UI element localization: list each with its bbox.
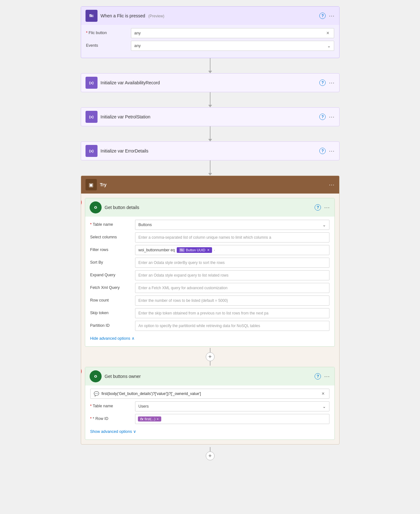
get-owner-card: Get buttons owner ? ··· 💬 — [85, 367, 335, 440]
bottom-add-btn[interactable]: + — [206, 451, 215, 460]
select-columns-label: Select columns — [90, 232, 131, 239]
select-columns-input[interactable]: Enter a comma-separated list of column u… — [135, 232, 329, 242]
flic-button-input[interactable]: any × — [131, 28, 334, 38]
inner-connector: + — [86, 348, 335, 366]
arrow-head-1 — [208, 71, 212, 73]
expand-query-placeholder: Enter an Odata style expand query to lis… — [139, 273, 229, 278]
show-advanced-text: Show advanced options — [90, 429, 132, 434]
show-advanced-btn[interactable]: Show advanced options ∨ — [90, 427, 137, 435]
partition-id-placeholder: An option to specify the partitionId whi… — [139, 324, 260, 328]
arrow-line-2 — [210, 92, 210, 105]
filter-rows-label: Filter rows — [90, 245, 131, 252]
get-owner-title: Get buttons owner — [105, 374, 312, 379]
flic-button-value: any — [134, 31, 141, 35]
try-more-icon[interactable]: ··· — [329, 182, 334, 188]
init-error-title: Initialize var ErrorDetails — [101, 148, 316, 153]
arrow-1 — [208, 58, 212, 73]
owner-table-name-value: Users — [139, 404, 149, 409]
owner-table-name-label: Table name — [90, 401, 131, 408]
init-petrol-more-icon[interactable]: ··· — [329, 114, 334, 120]
sort-by-input[interactable]: Enter an Odata style orderBy query to so… — [135, 258, 329, 268]
init-petrol-actions: ? ··· — [319, 114, 334, 120]
trigger-title: When a Flic is pressed (Preview) — [101, 13, 316, 18]
init-error-more-icon[interactable]: ··· — [329, 148, 334, 154]
init-availability-icon: {x} — [86, 77, 98, 89]
get-button-header: Get button details ? ··· — [85, 198, 334, 217]
expression-input[interactable]: 💬 first(body('Get_button_details')?['val… — [90, 389, 329, 399]
filter-rows-input[interactable]: woi_buttonnumber eq flic Button UUID × · — [135, 245, 329, 255]
row-count-label: Row count — [90, 296, 131, 302]
init-error-help-icon[interactable]: ? — [319, 148, 326, 154]
init-petrol-card: {x} Initialize var PetrolStation ? ··· — [81, 107, 340, 126]
expression-clear-btn[interactable]: × — [320, 391, 326, 397]
flic-trigger-icon: flic — [86, 10, 98, 22]
arrow-head-4 — [208, 173, 212, 176]
get-button-more-icon[interactable]: ··· — [324, 204, 330, 211]
try-title: Try — [100, 182, 326, 187]
get-button-icon — [90, 201, 102, 213]
expression-row: 💬 first(body('Get_button_details')?['val… — [90, 389, 329, 399]
table-name-row: Table name Buttons ⌄ — [90, 220, 329, 230]
flic-button-label: Flic button — [86, 28, 127, 35]
partition-id-input[interactable]: An option to specify the partitionId whi… — [135, 321, 329, 331]
step-3-badge: 3 — [81, 367, 82, 376]
try-body: 2 Get button — [81, 194, 339, 444]
table-name-dropdown[interactable]: Buttons ⌄ — [135, 220, 329, 230]
table-name-chevron-icon: ⌄ — [322, 223, 326, 227]
expression-content: 💬 first(body('Get_button_details')?['val… — [94, 391, 201, 396]
chip-close-btn[interactable]: × — [207, 248, 210, 252]
sort-by-label: Sort By — [90, 258, 131, 265]
events-dropdown[interactable]: any ⌄ — [131, 41, 334, 51]
fx-chip: fx first(...) × — [138, 416, 161, 421]
skip-token-label: Skip token — [90, 308, 131, 315]
init-availability-header: {x} Initialize var AvailabilityRecord ? … — [81, 74, 339, 92]
trigger-more-icon[interactable]: ··· — [329, 13, 334, 19]
skip-token-input[interactable]: Enter the skip token obtained from a pre… — [135, 308, 329, 318]
events-label: Events — [86, 41, 127, 48]
arrow-4 — [208, 160, 212, 176]
fetch-xml-input[interactable]: Enter a Fetch XML query for advanced cus… — [135, 283, 329, 293]
init-petrol-help-icon[interactable]: ? — [319, 114, 326, 120]
init-availability-card: {x} Initialize var AvailabilityRecord ? … — [81, 73, 340, 92]
flic-button-clear-btn[interactable]: × — [325, 30, 330, 36]
arrow-head-3 — [208, 139, 212, 141]
hide-advanced-text: Hide advanced options — [90, 336, 130, 341]
expression-text: first(body('Get_button_details')?['value… — [102, 391, 201, 396]
expand-query-input[interactable]: Enter an Odata style expand query to lis… — [135, 270, 329, 280]
chip-text: Button UUID — [186, 248, 205, 252]
get-button-help-icon[interactable]: ? — [315, 204, 321, 211]
partition-id-label: Partition ID — [90, 321, 131, 328]
arrow-line-4 — [210, 160, 210, 173]
trigger-card: flic When a Flic is pressed (Preview) ? … — [81, 6, 340, 58]
fx-chip-close[interactable]: × — [157, 417, 159, 421]
events-chevron-icon: ⌄ — [327, 44, 331, 48]
owner-table-name-dropdown[interactable]: Users ⌄ — [135, 401, 329, 411]
get-button-title: Get button details — [105, 205, 312, 210]
show-advanced-chevron-icon: ∨ — [133, 429, 136, 434]
events-value: any — [134, 44, 141, 48]
init-error-icon: {x} — [86, 145, 98, 157]
get-owner-step-row: 3 Get buttons — [86, 367, 335, 440]
hide-advanced-btn[interactable]: Hide advanced options ∧ — [90, 333, 135, 342]
get-button-card: Get button details ? ··· Table name — [85, 198, 335, 347]
init-availability-more-icon[interactable]: ··· — [329, 80, 334, 86]
get-owner-help-icon[interactable]: ? — [315, 373, 321, 380]
trigger-help-icon[interactable]: ? — [319, 13, 326, 19]
svg-point-5 — [95, 376, 96, 377]
get-owner-actions: ? ··· — [315, 373, 330, 380]
trigger-title-text: When a Flic is pressed — [101, 13, 145, 18]
get-button-body: Table name Buttons ⌄ Select columns — [85, 217, 334, 346]
row-count-input[interactable]: Enter the number of rows to be listed (d… — [135, 296, 329, 306]
bottom-connector: + — [206, 447, 215, 460]
init-availability-help-icon[interactable]: ? — [319, 80, 326, 86]
row-id-label: * Row ID — [90, 414, 131, 421]
add-between-btn[interactable]: + — [206, 352, 215, 361]
init-petrol-header: {x} Initialize var PetrolStation ? ··· — [81, 108, 339, 126]
row-id-input[interactable]: fx first(...) × — [135, 414, 329, 424]
get-owner-body: 💬 first(body('Get_button_details')?['val… — [85, 385, 334, 439]
bottom-arrow-line — [210, 447, 210, 451]
trigger-actions: ? ··· — [319, 13, 334, 19]
partition-id-row: Partition ID An option to specify the pa… — [90, 321, 329, 331]
trigger-preview-badge: (Preview) — [148, 14, 164, 18]
get-owner-more-icon[interactable]: ··· — [324, 373, 330, 380]
